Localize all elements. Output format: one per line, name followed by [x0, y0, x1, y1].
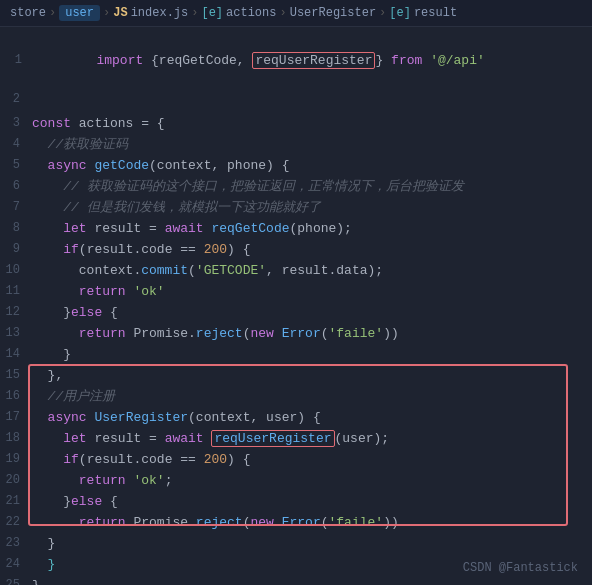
breadcrumb-bar: store › user › JS index.js › [e] actions… — [0, 0, 592, 27]
breadcrumb-userregister: UserRegister — [290, 6, 376, 20]
code-line-3: 3 const actions = { — [0, 113, 592, 134]
code-line-5: 5 async getCode(context, phone) { — [0, 155, 592, 176]
breadcrumb-sep5: › — [379, 6, 386, 20]
code-line-16: 16 //用户注册 — [0, 386, 592, 407]
line-content-1: import {reqGetCode, reqUserRegister} fro… — [30, 29, 590, 92]
code-line-25: 25 } — [0, 575, 592, 585]
breadcrumb-indexjs: index.js — [131, 6, 189, 20]
code-line-19: 19 if(result.code == 200) { — [0, 449, 592, 470]
code-line-22: 22 return Promise.reject(new Error('fail… — [0, 512, 592, 533]
breadcrumb-sep2: › — [103, 6, 110, 20]
code-line-6: 6 // 获取验证码的这个接口，把验证返回，正常情况下，后台把验证发 — [0, 176, 592, 197]
breadcrumb-sep4: › — [279, 6, 286, 20]
line-num-1: 1 — [2, 50, 30, 71]
code-editor: 1 import {reqGetCode, reqUserRegister} f… — [0, 27, 592, 585]
breadcrumb-user: user — [59, 5, 100, 21]
breadcrumb-result: result — [414, 6, 457, 20]
code-line-21: 21 }else { — [0, 491, 592, 512]
breadcrumb-store: store — [10, 6, 46, 20]
code-line-14: 14 } — [0, 344, 592, 365]
code-line-8: 8 let result = await reqGetCode(phone); — [0, 218, 592, 239]
code-line-9: 9 if(result.code == 200) { — [0, 239, 592, 260]
breadcrumb-e2: [e] — [389, 6, 411, 20]
code-line-4: 4 //获取验证码 — [0, 134, 592, 155]
code-line-23: 23 } — [0, 533, 592, 554]
breadcrumb-sep3: › — [191, 6, 198, 20]
code-line-17: 17 async UserRegister(context, user) { — [0, 407, 592, 428]
breadcrumb-e1: [e] — [201, 6, 223, 20]
code-line-11: 11 return 'ok' — [0, 281, 592, 302]
code-line-18: 18 let result = await reqUserRegister(us… — [0, 428, 592, 449]
code-line-7: 7 // 但是我们发钱，就模拟一下这功能就好了 — [0, 197, 592, 218]
code-line-10: 10 context.commit('GETCODE', result.data… — [0, 260, 592, 281]
code-line-15: 15 }, — [0, 365, 592, 386]
code-line-13: 13 return Promise.reject(new Error('fail… — [0, 323, 592, 344]
code-line-1: 1 import {reqGetCode, reqUserRegister} f… — [0, 29, 592, 92]
watermark: CSDN @Fantastick — [463, 561, 578, 575]
editor-container: store › user › JS index.js › [e] actions… — [0, 0, 592, 585]
code-line-12: 12 }else { — [0, 302, 592, 323]
breadcrumb-actions: actions — [226, 6, 276, 20]
breadcrumb-sep1: › — [49, 6, 56, 20]
breadcrumb-js: JS — [113, 6, 127, 20]
code-line-2: 2 — [0, 92, 592, 113]
code-line-20: 20 return 'ok'; — [0, 470, 592, 491]
